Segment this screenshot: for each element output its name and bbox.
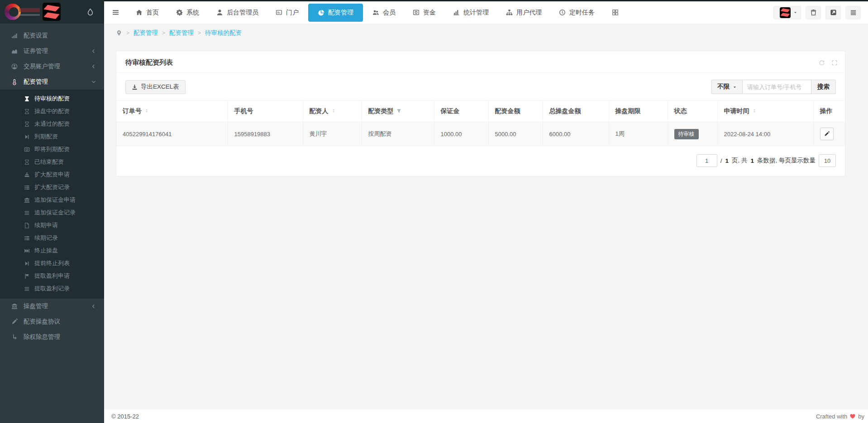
sidebar-subitem-finished[interactable]: 已结束配资 — [0, 156, 104, 168]
footer: © 2015-22 Crafted with by — [104, 409, 868, 423]
fast-forward-icon — [23, 248, 31, 254]
sort-icon[interactable] — [144, 108, 149, 114]
sidebar-subitem-renewal-records[interactable]: 续期记录 — [0, 232, 104, 244]
sidebar-subitem-expiring-soon[interactable]: 即将到期配资 — [0, 143, 104, 156]
breadcrumb-separator: > — [162, 30, 165, 36]
funnel-icon[interactable] — [396, 109, 401, 114]
breadcrumb: > 配资管理 > 配资管理 > 待审核的配资 — [104, 24, 868, 42]
nav-item-label: 会员 — [383, 9, 396, 17]
sidebar-subitem-stop-operation[interactable]: 终止操盘 — [0, 244, 104, 257]
hourglass-icon — [23, 109, 31, 114]
sidebar-subitem-renewal-apply[interactable]: 续期申请 — [0, 219, 104, 232]
search-button[interactable]: 搜索 — [811, 80, 836, 94]
table-header-row: 订单号 手机号 配资人 配资类型 保证金 配资金额 总操盘金额 操盘期限 状态 … — [116, 101, 845, 122]
sidebar-item-operation-management[interactable]: 操盘管理 — [0, 299, 104, 314]
portal-icon — [276, 9, 282, 16]
search-input[interactable] — [743, 80, 811, 94]
cell-period: 1周 — [609, 122, 668, 146]
user-circle-icon — [10, 63, 19, 70]
sidebar-subitem-label: 未通过的配资 — [34, 120, 70, 128]
total-records: 1 — [750, 157, 754, 164]
nav-item-label: 配资管理 — [328, 9, 353, 17]
sidebar-subitem-label: 提取盈利记录 — [34, 285, 70, 293]
col-phone: 手机号 — [228, 101, 303, 122]
nav-item-user-agents[interactable]: 用户代理 — [497, 1, 550, 24]
sidebar-subitem-expired[interactable]: 到期配资 — [0, 130, 104, 143]
page-size-input[interactable] — [819, 154, 836, 167]
content-area: 待审核配资列表 导出EXCEL表 不限 — [104, 42, 868, 409]
refresh-icon[interactable] — [819, 60, 825, 66]
sidebar-item-exright-management[interactable]: 除权除息管理 — [0, 329, 104, 345]
col-apply-time[interactable]: 申请时间 — [717, 101, 813, 122]
sidebar-subitem-early-termination[interactable]: 提前终止列表 — [0, 257, 104, 270]
members-icon — [372, 9, 379, 16]
breadcrumb-current[interactable]: 待审核的配资 — [205, 29, 242, 37]
step-forward-icon — [23, 261, 31, 266]
sidebar-subitem-withdraw-profit-apply[interactable]: 提取盈利申请 — [0, 270, 104, 282]
sidebar-item-securities[interactable]: 证券管理 — [0, 43, 104, 59]
nav-item-system[interactable]: 系统 — [167, 1, 208, 24]
chevron-down-icon — [91, 80, 96, 84]
breadcrumb-link[interactable]: 配资管理 — [134, 29, 158, 37]
sort-icon[interactable] — [752, 108, 757, 114]
sitemap-icon — [506, 9, 513, 16]
sidebar-subitem-withdraw-profit-records[interactable]: 提取盈利记录 — [0, 282, 104, 295]
panel-list-button[interactable] — [845, 6, 861, 19]
edit-button[interactable] — [820, 128, 834, 140]
expand-icon[interactable] — [831, 60, 838, 66]
sidebar-item-peizi-settings[interactable]: 配资设置 — [0, 28, 104, 43]
sidebar-subitem-expand-records[interactable]: 扩大配资记录 — [0, 181, 104, 194]
cell-apply-time: 2022-08-24 14:00 — [717, 122, 813, 146]
trash-button[interactable] — [806, 6, 821, 19]
credit-prefix: Crafted with — [816, 413, 847, 420]
current-page-input[interactable] — [696, 154, 717, 167]
nav-item-home[interactable]: 首页 — [127, 1, 167, 24]
brand-area[interactable] — [0, 0, 104, 24]
sidebar-item-peizi-agreement[interactable]: 配资操盘协议 — [0, 314, 104, 329]
external-link-button[interactable] — [825, 6, 841, 19]
pie-chart-icon — [318, 10, 324, 16]
nav-item-statistics[interactable]: 统计管理 — [444, 1, 497, 24]
filter-dropdown-button[interactable]: 不限 — [711, 80, 743, 94]
col-type[interactable]: 配资类型 — [362, 101, 434, 122]
avatar-menu-button[interactable] — [773, 6, 801, 19]
col-period: 操盘期限 — [609, 101, 668, 122]
export-excel-button[interactable]: 导出EXCEL表 — [125, 80, 186, 94]
sidebar-subitem-pending-review[interactable]: 待审核的配资 — [0, 92, 104, 105]
sidebar-item-peizi-management[interactable]: 配资管理 — [0, 74, 104, 90]
nav-item-funds[interactable]: 资金 — [404, 1, 444, 24]
sidebar-subitem-expand-apply[interactable]: 扩大配资申请 — [0, 168, 104, 181]
sidebar-subitem-label: 操盘中的配资 — [34, 107, 70, 115]
table-row: 405229914176041 15958919883 黄川宇 按周配资 100… — [116, 122, 845, 146]
cell-total-amount: 6000.00 — [543, 122, 609, 146]
sidebar-subitem-not-approved[interactable]: 未通过的配资 — [0, 118, 104, 130]
cell-investor: 黄川宇 — [303, 122, 362, 146]
col-investor[interactable]: 配资人 — [303, 101, 362, 122]
menu-toggle-icon[interactable] — [104, 1, 127, 24]
area-chart-icon — [10, 48, 19, 54]
cell-phone: 15958919883 — [228, 122, 303, 146]
sidebar-item-label: 操盘管理 — [24, 302, 48, 310]
nav-item-peizi-management[interactable]: 配资管理 — [308, 4, 363, 22]
sidebar-item-label: 交易账户管理 — [24, 62, 60, 71]
cell-actions — [813, 122, 845, 146]
external-link-icon — [830, 9, 837, 16]
sidebar-item-trading-accounts[interactable]: 交易账户管理 — [0, 59, 104, 74]
sidebar-item-label: 配资管理 — [24, 78, 48, 86]
nav-item-admins[interactable]: 后台管理员 — [208, 1, 267, 24]
sidebar-subitem-label: 扩大配资申请 — [34, 171, 70, 179]
nav-item-apps-grid[interactable] — [603, 1, 627, 24]
col-order-no[interactable]: 订单号 — [116, 101, 228, 122]
sort-icon[interactable] — [331, 108, 336, 114]
pencil-icon — [824, 131, 830, 137]
nav-item-members[interactable]: 会员 — [364, 1, 404, 24]
signal-icon — [10, 33, 19, 39]
home-icon — [136, 9, 143, 16]
sidebar-subitem-in-operation[interactable]: 操盘中的配资 — [0, 105, 104, 118]
sidebar-subitem-margin-apply[interactable]: 追加保证金申请 — [0, 194, 104, 206]
sidebar-subitem-margin-records[interactable]: 追加保证金记录 — [0, 206, 104, 219]
nav-item-portal[interactable]: 门户 — [267, 1, 307, 24]
cell-amount: 5000.00 — [488, 122, 543, 146]
breadcrumb-link[interactable]: 配资管理 — [169, 29, 194, 37]
nav-item-scheduled-tasks[interactable]: 定时任务 — [550, 1, 603, 24]
